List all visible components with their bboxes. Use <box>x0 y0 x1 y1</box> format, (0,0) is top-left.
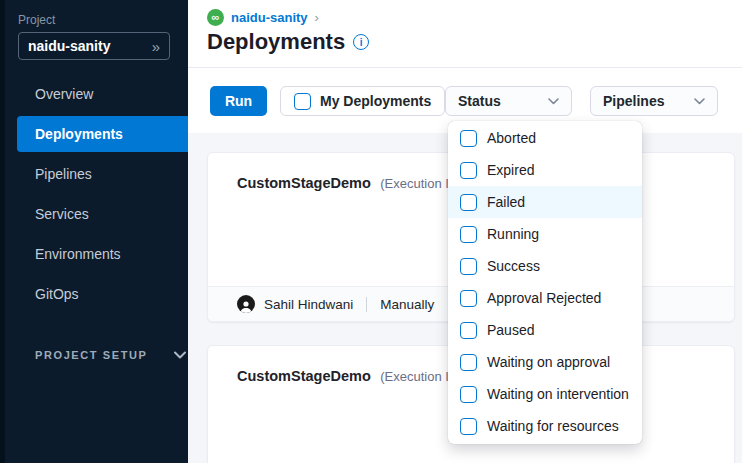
status-option-label: Waiting for resources <box>487 418 619 434</box>
checkbox-icon[interactable] <box>460 354 477 371</box>
chevron-down-icon <box>694 98 705 105</box>
user-avatar-icon <box>237 295 255 313</box>
status-option-waiting-on-intervention[interactable]: Waiting on intervention <box>448 378 642 410</box>
execution-id-text: (Execution Id <box>380 369 456 384</box>
checkbox-icon[interactable] <box>460 386 477 403</box>
status-filter-label: Status <box>458 93 501 109</box>
status-option-waiting-on-approval[interactable]: Waiting on approval <box>448 346 642 378</box>
checkbox-icon[interactable] <box>460 226 477 243</box>
sidebar-item-pipelines[interactable]: Pipelines <box>0 154 188 194</box>
my-deployments-checkbox[interactable] <box>294 93 311 110</box>
page-title: Deployments i <box>207 29 369 55</box>
status-option-label: Approval Rejected <box>487 290 601 306</box>
page-title-text: Deployments <box>207 29 345 55</box>
execution-id-text: (Execution Id <box>380 176 456 191</box>
status-option-label: Expired <box>487 162 534 178</box>
checkbox-icon[interactable] <box>460 322 477 339</box>
checkbox-icon[interactable] <box>460 258 477 275</box>
status-option-running[interactable]: Running <box>448 218 642 250</box>
chevron-down-icon <box>174 351 186 359</box>
status-option-paused[interactable]: Paused <box>448 314 642 346</box>
status-option-label: Aborted <box>487 130 536 146</box>
pipelines-filter-dropdown[interactable]: Pipelines <box>590 86 718 116</box>
sidebar-item-gitops[interactable]: GitOps <box>0 274 188 314</box>
chevron-right-icon: › <box>315 10 319 25</box>
status-option-label: Running <box>487 226 539 242</box>
checkbox-icon[interactable] <box>460 290 477 307</box>
app-window: Project naidu-sanity » Overview Deployme… <box>0 0 742 463</box>
my-deployments-label: My Deployments <box>320 93 431 109</box>
double-chevron-icon: » <box>152 39 160 54</box>
footer-divider <box>366 297 367 312</box>
chevron-down-icon <box>548 98 559 105</box>
status-option-label: Waiting on approval <box>487 354 610 370</box>
status-filter-menu: Aborted Expired Failed Running Success A… <box>448 121 642 444</box>
status-option-aborted[interactable]: Aborted <box>448 122 642 154</box>
project-selector[interactable]: naidu-sanity » <box>18 32 170 60</box>
status-option-expired[interactable]: Expired <box>448 154 642 186</box>
project-icon: ∞ <box>207 9 224 26</box>
status-option-label: Waiting on intervention <box>487 386 629 402</box>
pipelines-filter-label: Pipelines <box>603 93 664 109</box>
checkbox-icon[interactable] <box>460 418 477 435</box>
status-option-failed[interactable]: Failed <box>448 186 642 218</box>
checkbox-icon[interactable] <box>460 194 477 211</box>
trigger-type: Manually <box>380 297 434 312</box>
project-selector-value: naidu-sanity <box>28 38 110 54</box>
status-option-label: Paused <box>487 322 534 338</box>
pipeline-name[interactable]: CustomStageDemo <box>237 175 371 191</box>
run-button[interactable]: Run <box>210 86 267 116</box>
status-option-label: Success <box>487 258 540 274</box>
info-icon[interactable]: i <box>353 34 369 50</box>
status-option-success[interactable]: Success <box>448 250 642 282</box>
status-option-label: Failed <box>487 194 525 210</box>
sidebar-item-environments[interactable]: Environments <box>0 234 188 274</box>
project-label: Project <box>18 13 55 27</box>
sidebar-nav: Overview Deployments Pipelines Services … <box>0 74 188 314</box>
sidebar-item-overview[interactable]: Overview <box>0 74 188 114</box>
header-divider <box>188 67 742 68</box>
triggered-by: Sahil Hindwani <box>264 297 353 312</box>
status-filter-dropdown[interactable]: Status <box>445 86 572 116</box>
sidebar: Project naidu-sanity » Overview Deployme… <box>0 0 188 463</box>
my-deployments-toggle[interactable]: My Deployments <box>280 86 445 116</box>
status-option-waiting-for-resources[interactable]: Waiting for resources <box>448 410 642 442</box>
status-option-approval-rejected[interactable]: Approval Rejected <box>448 282 642 314</box>
sidebar-item-deployments[interactable]: Deployments <box>17 116 188 152</box>
pipeline-name[interactable]: CustomStageDemo <box>237 368 371 384</box>
sidebar-item-services[interactable]: Services <box>0 194 188 234</box>
checkbox-icon[interactable] <box>460 130 477 147</box>
checkbox-icon[interactable] <box>460 162 477 179</box>
breadcrumb-project-link[interactable]: naidu-sanity <box>231 10 308 25</box>
project-setup-toggle[interactable]: PROJECT SETUP <box>35 349 186 361</box>
breadcrumb: ∞ naidu-sanity › <box>207 9 319 26</box>
project-setup-label: PROJECT SETUP <box>35 349 148 361</box>
